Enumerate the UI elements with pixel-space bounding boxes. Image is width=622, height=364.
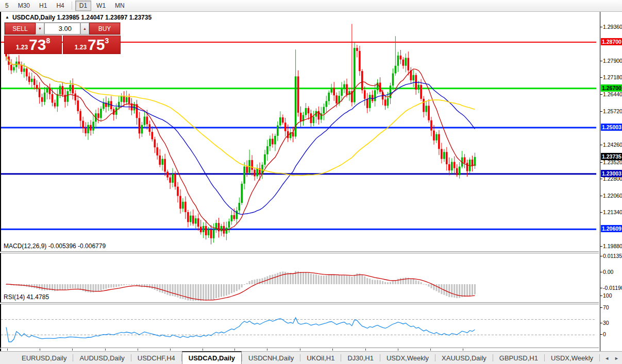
tab-ukoil-h1[interactable]: UKOil,H1 (300, 352, 341, 364)
sell-price-display[interactable]: 1.23 73 8 (4, 36, 62, 54)
chart-title: ▲ USDCAD,Daily 1.23985 1.24047 1.23697 1… (5, 14, 152, 21)
volume-decrease-button[interactable]: ▼ (36, 23, 44, 34)
tab-usdchf-h4[interactable]: USDCHF,H4 (131, 352, 181, 364)
timeframe-button-5[interactable]: 5 (1, 1, 13, 11)
price-axis-badge: 1.28700 (601, 38, 622, 45)
sell-price-prefix: 1.23 (16, 44, 28, 51)
price-axis-badge: 1.25003 (601, 124, 622, 131)
price-tick (600, 77, 602, 78)
one-click-trade-widget: SELL ▼ 3.00 ▲ BUY 1.23 73 8 1.23 75 3 (4, 22, 121, 54)
rsi-panel[interactable] (0, 304, 599, 348)
date-tick (332, 349, 333, 351)
tab-usdcad-daily[interactable]: USDCAD,Daily (182, 351, 242, 364)
price-tick (600, 145, 602, 145)
rsi-axis-label: 30 (603, 320, 609, 326)
sell-price-sup: 8 (46, 37, 50, 45)
price-tick (600, 196, 602, 196)
date-tick (138, 349, 138, 351)
tab-separator (599, 354, 600, 361)
macd-axis-label: 0.00 (603, 269, 613, 275)
collapse-triangle-icon[interactable]: ▲ (5, 15, 9, 20)
date-tick (203, 349, 203, 351)
toolbar-separator (72, 2, 72, 10)
tab-usdx-weekly[interactable]: USDX,Weekly (380, 352, 435, 364)
price-axis-label: 1.26440 (603, 91, 622, 97)
date-tick (7, 349, 8, 351)
price-axis-label: 1.25720 (603, 108, 622, 114)
price-axis-label: 1.27900 (603, 58, 622, 64)
price-tick (600, 111, 602, 112)
sell-button[interactable]: SELL (5, 23, 36, 34)
price-axis[interactable]: 1.293601.279001.271801.264401.257201.242… (600, 12, 622, 351)
tab-usdx-weekly[interactable]: USDX,Weekly (545, 352, 599, 364)
tab-scroll-right-icon[interactable]: ► (614, 356, 619, 361)
date-tick (430, 349, 431, 351)
price-tick (600, 61, 602, 61)
timeframe-button-H4[interactable]: H4 (52, 1, 68, 11)
price-axis-label: 1.29360 (603, 24, 622, 30)
trade-widget-price-row: 1.23 73 8 1.23 75 3 (4, 36, 121, 54)
date-tick (300, 349, 300, 351)
macd-axis-tick (600, 256, 602, 256)
macd-axis-label: -0.01190 (603, 285, 622, 291)
price-tick (600, 179, 602, 179)
rsi-label: RSI(14) 41.4785 (4, 293, 49, 301)
date-tick (234, 349, 235, 351)
macd-axis-tick (600, 272, 602, 272)
price-axis-label: 1.27180 (603, 74, 622, 80)
rsi-axis-tick (600, 323, 602, 323)
price-axis-badge: 1.23735 (601, 153, 622, 160)
date-tick (40, 349, 40, 351)
date-tick (267, 349, 267, 351)
rsi-axis-tick (600, 334, 602, 335)
hline-1.20609 (1, 229, 596, 230)
macd-axis-tick (600, 288, 602, 288)
tab-scroll-left-icon[interactable]: ◄ (604, 356, 609, 361)
timeframe-button-D1[interactable]: D1 (75, 1, 91, 11)
tab-scroll-arrows: ◄ ► (604, 352, 619, 364)
rsi-axis-tick (600, 296, 602, 296)
price-axis-label: 1.19880 (603, 243, 622, 249)
date-tick (105, 349, 106, 351)
price-axis-label: 1.22060 (603, 193, 622, 199)
rsi-axis-label: 70 (603, 304, 609, 310)
volume-increase-button[interactable]: ▲ (80, 23, 89, 34)
hline-1.23003 (1, 173, 596, 175)
tab-dj30-h1[interactable]: DJ30,H1 (341, 352, 380, 364)
rsi-axis-label: 100 (603, 292, 612, 299)
buy-price-sup: 3 (105, 37, 109, 45)
price-tick (600, 162, 602, 163)
price-axis-label: 1.21340 (603, 209, 622, 215)
price-tick (600, 246, 602, 247)
macd-histogram (6, 271, 476, 301)
tab-usdcnh-daily[interactable]: USDCNH,Daily (242, 352, 300, 364)
price-axis-badge: 1.23003 (601, 170, 622, 177)
volume-input[interactable]: 3.00 (44, 23, 80, 34)
buy-button[interactable]: BUY (89, 23, 120, 34)
tab-audusd-daily[interactable]: AUDUSD,Daily (73, 352, 130, 364)
sell-price-big: 73 (29, 37, 46, 53)
date-tick (463, 349, 463, 351)
tab-xauusd-daily[interactable]: XAUUSD,Daily (435, 352, 493, 364)
tab-gbpusd-h1[interactable]: GBPUSD,H1 (493, 352, 544, 364)
timeframe-button-MN[interactable]: MN (111, 1, 129, 11)
rsi-axis-tick (600, 307, 602, 308)
tab-eurusd-daily[interactable]: EURUSD,Daily (15, 352, 73, 364)
buy-price-display[interactable]: 1.23 75 3 (63, 36, 121, 54)
timeframe-button-W1[interactable]: W1 (92, 1, 110, 11)
price-tick (600, 94, 602, 95)
timeframe-button-M30[interactable]: M30 (14, 1, 34, 11)
price-axis-badge: 1.20609 (601, 225, 622, 232)
timeframe-toolbar: 5M30H1H4D1W1MN (0, 0, 622, 12)
date-tick (72, 349, 73, 351)
ma-10-line (6, 57, 475, 231)
macd-panel[interactable] (0, 253, 599, 303)
timeframe-button-H1[interactable]: H1 (35, 1, 51, 11)
price-axis-label: 1.24260 (603, 142, 622, 148)
chart-column: ▲ USDCAD,Daily 1.23985 1.24047 1.23697 1… (0, 12, 600, 351)
price-axis-badge: 1.26700 (601, 84, 622, 92)
candles-series (5, 24, 476, 244)
symbol-tab-bar: EURUSD,DailyAUDUSD,DailyUSDCHF,H4USDCAD,… (0, 351, 622, 364)
date-tick (365, 349, 366, 351)
rsi-line (6, 318, 475, 342)
